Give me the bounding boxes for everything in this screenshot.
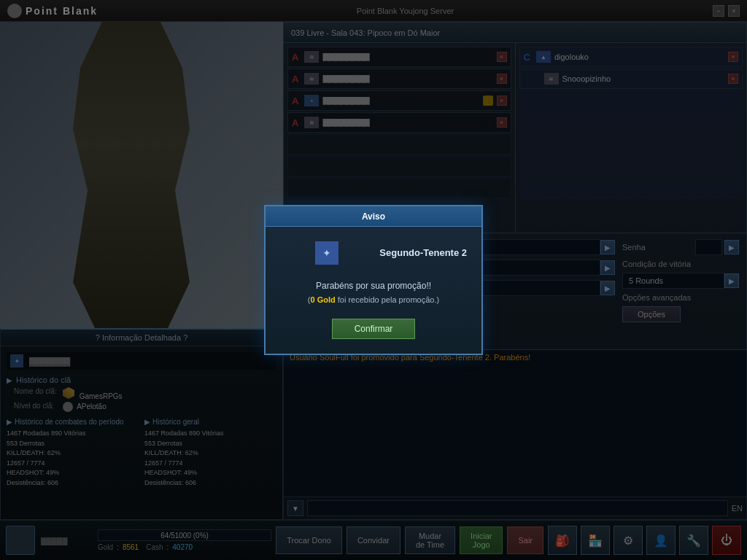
gold-amount: 0 Gold — [310, 295, 335, 304]
modal-rank-name: Segundo-Tenente 2 — [379, 247, 467, 258]
modal-overlay: Aviso ✦ Segundo-Tenente 2 Parabéns por s… — [0, 0, 747, 560]
modal-content: ✦ Segundo-Tenente 2 Parabéns por sua pro… — [266, 227, 481, 354]
modal-title: Aviso — [266, 206, 481, 227]
modal-gold-message: (0 Gold foi recebido pela promoção.) — [280, 295, 467, 304]
confirm-button[interactable]: Confirmar — [332, 319, 416, 339]
modal-rank-icon: ✦ — [315, 241, 338, 265]
modal-rank-row: ✦ Segundo-Tenente 2 — [280, 241, 467, 272]
modal-message: Parabéns por sua promoção!! — [280, 281, 467, 291]
promotion-modal: Aviso ✦ Segundo-Tenente 2 Parabéns por s… — [264, 205, 483, 355]
